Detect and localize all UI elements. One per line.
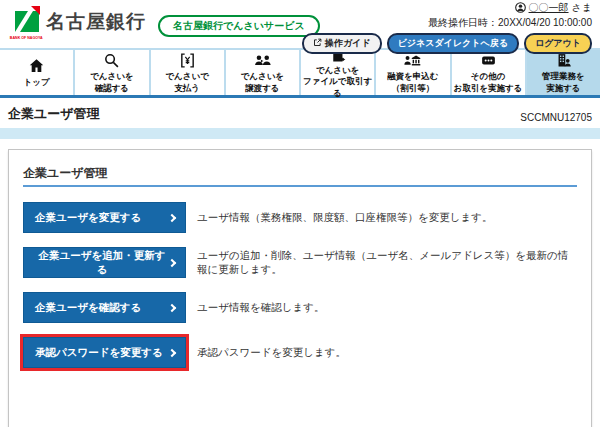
screen-id: SCCMNU12705 [520, 112, 592, 123]
chevron-right-icon [168, 258, 176, 266]
user-suffix: さま [572, 1, 592, 15]
loan-bank-icon [403, 51, 422, 69]
service-badge: 名古屋銀行でんさいサービス [158, 15, 320, 37]
title-divider-bar [0, 128, 600, 139]
last-operation-datetime: 最終操作日時：20XX/04/20 10:00:00 [428, 16, 592, 30]
menu-row-description: ユーザ情報（業務権限、限度額、口座権限等）を変更します。 [197, 211, 492, 225]
nav-item-pay-densai[interactable]: でんさいで 支払う [149, 50, 224, 95]
menu-row-description: ユーザ情報を確認します。 [197, 301, 324, 315]
menu-panel: 企業ユーザ管理 企業ユーザを変更する ユーザ情報（業務権限、限度額、口座権限等）… [8, 149, 592, 427]
change-approval-password-button[interactable]: 承認パスワードを変更する [23, 337, 186, 368]
back-to-business-direct-button[interactable]: ビジネスダイレクトへ戻る [387, 33, 519, 54]
chevron-right-icon [168, 303, 176, 311]
page-title: 企業ユーザ管理 [8, 105, 100, 123]
bank-logo-subtext: BANK OF NAGOYA [10, 36, 43, 40]
user-icon [515, 2, 526, 15]
etc-icon [480, 51, 497, 69]
header: BANK OF NAGOYA 名古屋銀行 名古屋銀行でんさいサービス 〇〇一郎 … [0, 0, 600, 48]
menu-row-add-update-user: 企業ユーザを追加・更新する ユーザの追加・削除、ユーザ情報（ユーザ名、メールアド… [23, 247, 577, 278]
menu-row-description: ユーザの追加・削除、ユーザ情報（ユーザ名、メールアドレス等）を最新の情報に更新し… [197, 249, 577, 277]
section-title: 企業ユーザ管理 [23, 165, 577, 187]
operation-guide-button[interactable]: 操作ガイド [302, 33, 382, 54]
menu-row-confirm-user: 企業ユーザを確認する ユーザ情報を確認します。 [23, 292, 577, 323]
add-update-corporate-user-button[interactable]: 企業ユーザを追加・更新する [23, 247, 186, 278]
change-corporate-user-button[interactable]: 企業ユーザを変更する [23, 202, 186, 233]
menu-row-change-user: 企業ユーザを変更する ユーザ情報（業務権限、限度額、口座権限等）を変更します。 [23, 202, 577, 233]
bank-logo: BANK OF NAGOYA 名古屋銀行 名古屋銀行でんさいサービス [13, 6, 320, 40]
search-icon [103, 51, 120, 69]
chevron-right-icon [168, 213, 176, 221]
nav-item-other-transactions[interactable]: その他の お取引を実施する [450, 50, 525, 95]
transfer-people-icon [253, 51, 272, 69]
menu-row-change-approval-password: 承認パスワードを変更する 承認パスワードを変更します。 [23, 337, 577, 368]
bank-logo-icon [14, 6, 40, 36]
home-icon [28, 57, 45, 75]
user-name-link[interactable]: 〇〇一郎 [529, 1, 569, 15]
header-right: 〇〇一郎 さま 最終操作日時：20XX/04/20 10:00:00 操作ガイド… [302, 1, 592, 54]
yen-payment-icon [179, 51, 196, 69]
confirm-corporate-user-button[interactable]: 企業ユーザを確認する [23, 292, 186, 323]
admin-icon [555, 51, 572, 69]
nav-item-file-trade-densai[interactable]: でんさいを ファイルで取引する [299, 50, 374, 95]
logout-button[interactable]: ログアウト [524, 33, 592, 54]
user-line: 〇〇一郎 さま [515, 1, 592, 15]
nav-item-confirm-densai[interactable]: でんさいを 確認する [73, 50, 148, 95]
menu-row-description: 承認パスワードを変更します。 [197, 346, 346, 360]
bank-name: 名古屋銀行 [46, 9, 146, 35]
nav-item-transfer-densai[interactable]: でんさいを 譲渡する [224, 50, 299, 95]
chevron-right-icon [168, 348, 176, 356]
nav-item-top[interactable]: トップ [0, 50, 73, 95]
main-nav: トップ でんさいを 確認する でんさいで 支払う でんさいを 譲渡する [0, 48, 600, 98]
external-link-icon [313, 38, 322, 49]
nav-item-apply-loan[interactable]: 融資を申込む （割引等） [374, 50, 449, 95]
nav-item-admin-tasks[interactable]: 管理業務を 実施する [525, 50, 600, 95]
